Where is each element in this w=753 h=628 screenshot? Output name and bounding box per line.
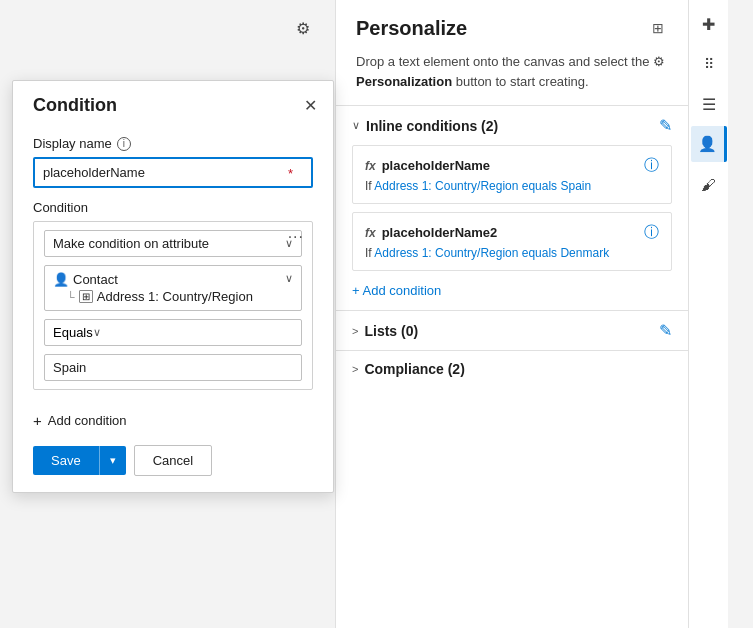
panel-title: Personalize xyxy=(356,17,467,40)
display-name-label: Display name i xyxy=(33,136,313,151)
add-condition-link[interactable]: + Add condition xyxy=(33,412,333,429)
compliance-chevron: > xyxy=(352,363,358,375)
condition-item-2-header: fx placeholderName2 ⓘ xyxy=(365,223,659,242)
nodes-icon: ⠿ xyxy=(704,56,714,72)
person-icon: 👤 xyxy=(53,272,69,287)
three-dots-icon[interactable]: ··· xyxy=(288,228,304,246)
condition-item-2: fx placeholderName2 ⓘ If Address 1: Coun… xyxy=(352,212,672,271)
address-field-row: └ ⊞ Address 1: Country/Region xyxy=(53,289,253,304)
person-icon: 👤 xyxy=(698,135,717,153)
panel-add-condition-link[interactable]: + Add condition xyxy=(336,279,688,310)
field-icon: ⊞ xyxy=(79,290,93,303)
fx-badge-2: fx xyxy=(365,226,376,240)
dialog-footer: Save ▾ Cancel xyxy=(13,429,333,476)
brush-icon: 🖌 xyxy=(701,176,716,193)
inline-conditions-label: Inline conditions (2) xyxy=(366,118,653,134)
condition-box: ··· Make condition on attribute ∨ 👤 Cont… xyxy=(33,221,313,390)
condition-item-1-info-icon[interactable]: ⓘ xyxy=(644,156,659,175)
contact-label: Contact xyxy=(73,272,118,287)
info-icon: i xyxy=(117,137,131,151)
save-button[interactable]: Save xyxy=(33,446,99,475)
operator-label: Equals xyxy=(53,325,93,340)
panel-icon-button[interactable]: ⊞ xyxy=(644,14,672,42)
add-icon: ✚ xyxy=(702,15,715,34)
required-star: * xyxy=(288,165,293,180)
value-input[interactable] xyxy=(44,354,302,381)
inline-conditions-chevron: ∨ xyxy=(352,119,360,132)
cancel-button[interactable]: Cancel xyxy=(134,445,212,476)
right-sidebar: ✚ ⠿ ☰ 👤 🖌 xyxy=(688,0,728,628)
plus-icon: + xyxy=(33,412,42,429)
condition-item-2-desc: If Address 1: Country/Region equals Denm… xyxy=(365,246,659,260)
lists-label: Lists (0) xyxy=(364,323,653,339)
add-icon-button[interactable]: ✚ xyxy=(691,6,727,42)
display-name-input[interactable] xyxy=(33,157,313,188)
attribute-selector-box[interactable]: 👤 Contact └ ⊞ Address 1: Country/Region … xyxy=(44,265,302,311)
close-button[interactable]: ✕ xyxy=(304,98,317,114)
panel-header: Personalize ⊞ xyxy=(336,0,688,42)
personalization-label: Personalization xyxy=(356,74,452,89)
condition-item-1-link[interactable]: Address 1: Country/Region equals Spain xyxy=(374,179,591,193)
inline-conditions-edit-icon[interactable]: ✎ xyxy=(659,116,672,135)
condition-dialog: Condition ✕ Display name i * Condition ·… xyxy=(12,80,334,493)
dialog-title: Condition xyxy=(33,95,117,116)
dialog-body: Display name i * Condition ··· Make cond… xyxy=(13,126,333,400)
condition-type-dropdown[interactable]: Make condition on attribute ∨ xyxy=(44,230,302,257)
dialog-header: Condition ✕ xyxy=(13,81,333,126)
panel-description: Drop a text element onto the canvas and … xyxy=(336,42,688,105)
attribute-chevron-icon: ∨ xyxy=(285,272,293,285)
lists-edit-icon[interactable]: ✎ xyxy=(659,321,672,340)
operator-chevron-icon: ∨ xyxy=(93,326,101,339)
condition-item-1-header: fx placeholderName ⓘ xyxy=(365,156,659,175)
compliance-section-header[interactable]: > Compliance (2) xyxy=(336,350,688,387)
add-condition-label: Add condition xyxy=(48,413,127,428)
condition-item-2-name: placeholderName2 xyxy=(382,225,638,240)
tree-branch-icon: └ xyxy=(67,291,75,303)
list-icon: ☰ xyxy=(702,95,716,114)
lists-section-header[interactable]: > Lists (0) ✎ xyxy=(336,310,688,350)
condition-type-label: Make condition on attribute xyxy=(53,236,285,251)
condition-item-1: fx placeholderName ⓘ If Address 1: Count… xyxy=(352,145,672,204)
operator-dropdown[interactable]: Equals ∨ xyxy=(44,319,302,346)
fx-badge-1: fx xyxy=(365,159,376,173)
inline-conditions-section-header[interactable]: ∨ Inline conditions (2) ✎ xyxy=(336,105,688,145)
person-icon-button[interactable]: 👤 xyxy=(691,126,727,162)
save-button-group: Save ▾ xyxy=(33,446,126,475)
address-field-label: Address 1: Country/Region xyxy=(97,289,253,304)
list-icon-button[interactable]: ☰ xyxy=(691,86,727,122)
nodes-icon-button[interactable]: ⠿ xyxy=(691,46,727,82)
lists-chevron: > xyxy=(352,325,358,337)
condition-item-2-info-icon[interactable]: ⓘ xyxy=(644,223,659,242)
compliance-label: Compliance (2) xyxy=(364,361,672,377)
condition-section-label: Condition xyxy=(33,200,313,215)
name-input-wrapper: * xyxy=(33,157,313,188)
gear-area: ⚙ xyxy=(0,0,335,46)
save-dropdown-button[interactable]: ▾ xyxy=(99,446,126,475)
personalize-button-ref-icon: ⚙ xyxy=(653,54,665,69)
condition-item-2-link[interactable]: Address 1: Country/Region equals Denmark xyxy=(374,246,609,260)
condition-item-1-desc: If Address 1: Country/Region equals Spai… xyxy=(365,179,659,193)
contact-row: 👤 Contact xyxy=(53,272,253,287)
brush-icon-button[interactable]: 🖌 xyxy=(691,166,727,202)
condition-item-1-name: placeholderName xyxy=(382,158,638,173)
left-background: ⚙ Condition ✕ Display name i * Condition… xyxy=(0,0,335,628)
gear-icon[interactable]: ⚙ xyxy=(285,10,321,46)
panel-add-condition-label: + Add condition xyxy=(352,283,441,298)
attribute-content: 👤 Contact └ ⊞ Address 1: Country/Region xyxy=(53,272,253,304)
personalize-panel: Personalize ⊞ Drop a text element onto t… xyxy=(335,0,688,628)
